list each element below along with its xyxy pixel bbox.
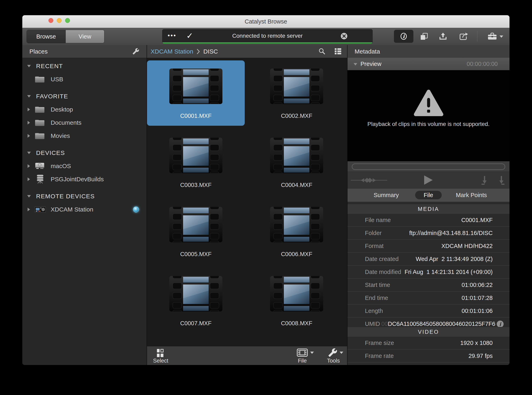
- preview-section-header[interactable]: Preview 00:00:00:00: [347, 58, 510, 70]
- sidebar-item-usb[interactable]: USB: [22, 73, 147, 86]
- warning-triangle-icon: [413, 89, 444, 116]
- clip-item-c0003[interactable]: C0003.MXF: [147, 130, 245, 195]
- mark-in-button[interactable]: [481, 176, 488, 185]
- sidebar-item-label: USB: [51, 76, 63, 83]
- collapse-triangle-icon[interactable]: [27, 195, 31, 198]
- breadcrumb-root-link[interactable]: XDCAM Station: [151, 45, 193, 58]
- clip-item-c0004[interactable]: C0004.MXF: [248, 130, 346, 195]
- clip-item-c0001[interactable]: C0001.MXF: [147, 60, 245, 126]
- tools-menu-label: Tools: [327, 358, 338, 364]
- play-button[interactable]: [424, 176, 433, 185]
- info-toggle-button[interactable]: [394, 30, 413, 43]
- toolbox-dropdown-caret-icon[interactable]: [499, 35, 503, 38]
- collapse-triangle-icon[interactable]: [27, 65, 31, 67]
- collapse-triangle-icon[interactable]: [354, 63, 357, 66]
- expand-triangle-icon[interactable]: [27, 164, 30, 168]
- umid-info-icon[interactable]: [497, 320, 504, 328]
- titlebar: Catalyst Browse: [22, 15, 510, 28]
- clip-label: C0006.MXF: [248, 251, 346, 258]
- video-rows: Frame size 1920 x 1080 Frame rate 29.97 …: [347, 337, 510, 362]
- clip-label: C0007.MXF: [147, 320, 245, 327]
- places-settings-wrench-icon[interactable]: [132, 48, 139, 55]
- clip-item-c0002[interactable]: C0002.MXF: [248, 60, 346, 126]
- window-title: Catalyst Browse: [22, 15, 510, 28]
- app-window: Catalyst Browse Browse View ••• ✓ Connec…: [22, 15, 510, 365]
- browse-mode-button[interactable]: Browse: [27, 30, 66, 43]
- filmstrip-icon: [270, 138, 323, 173]
- expand-triangle-icon[interactable]: [27, 208, 30, 211]
- notification-close-icon[interactable]: [340, 32, 348, 40]
- row-value: XDCAM HD/HD422: [441, 243, 493, 249]
- section-header-remote-devices[interactable]: REMOTE DEVICES: [22, 190, 147, 203]
- sidebar-item-xdcam-station[interactable]: XDCAM Station: [22, 203, 147, 216]
- row-label: End time: [365, 295, 388, 301]
- sidebar-item-documents[interactable]: Documents: [22, 116, 147, 129]
- tools-menu-button[interactable]: Tools: [327, 348, 338, 364]
- preview-timecode: 00:00:00:00: [467, 58, 498, 70]
- sidebar-item-movies[interactable]: Movies: [22, 129, 147, 142]
- sidebar-item-desktop[interactable]: Desktop: [22, 103, 147, 116]
- toolbar-divider: [477, 31, 477, 42]
- file-menu-caret-icon[interactable]: [310, 352, 314, 354]
- xdcam-deck-icon: [34, 205, 46, 214]
- view-mode-button[interactable]: View: [66, 30, 104, 43]
- row-value: 1920 x 1080: [460, 340, 493, 346]
- expand-triangle-icon[interactable]: [27, 177, 30, 181]
- expand-triangle-icon[interactable]: [27, 121, 30, 125]
- seek-bar[interactable]: [352, 164, 505, 170]
- row-value: 01:00:06:22: [462, 282, 493, 288]
- mark-out-button[interactable]: [498, 176, 505, 185]
- folder-icon: [34, 119, 45, 127]
- section-header-recent[interactable]: RECENT: [22, 59, 147, 73]
- sidebar-item-label: macOS: [51, 163, 71, 170]
- row-value: Fri Aug 1 14:21:31 2014 (+09:00): [405, 269, 493, 275]
- metadata-tabs: Summary File Mark Points: [347, 188, 510, 202]
- places-tree: RECENT USB FAVORITE Desktop: [22, 58, 147, 365]
- tab-summary[interactable]: Summary: [374, 189, 399, 202]
- tools-menu-caret-icon[interactable]: [340, 352, 343, 354]
- file-film-icon: [297, 348, 308, 357]
- metadata-header: Metadata: [347, 45, 510, 58]
- search-icon[interactable]: [318, 48, 325, 55]
- sidebar-item-psgjointdevbuilds[interactable]: PSGJointDevBuilds: [22, 173, 147, 186]
- expand-triangle-icon[interactable]: [27, 134, 30, 138]
- sidebar-item-macos[interactable]: macOS: [22, 159, 147, 173]
- places-title: Places: [29, 48, 48, 55]
- tab-mark-points[interactable]: Mark Points: [456, 189, 487, 202]
- media-section-header: MEDIA: [347, 204, 510, 214]
- metadata-row-date-modified: Date modified Fri Aug 1 14:21:31 2014 (+…: [347, 266, 510, 279]
- section-recent: RECENT USB: [22, 59, 147, 86]
- filmstrip-icon: [169, 69, 222, 104]
- sidebar-item-label: XDCAM Station: [51, 206, 93, 213]
- transport-controls: [347, 171, 510, 189]
- share-button[interactable]: [459, 32, 468, 41]
- row-label: Frame size: [365, 340, 394, 346]
- section-label: REMOTE DEVICES: [36, 193, 95, 200]
- upload-button[interactable]: [439, 32, 447, 41]
- clip-item-c0007[interactable]: C0007.MXF: [147, 268, 245, 333]
- shuttle-control[interactable]: [351, 176, 387, 184]
- section-label: RECENT: [36, 63, 63, 70]
- select-button[interactable]: Select: [153, 348, 167, 364]
- places-header: Places: [22, 45, 147, 58]
- file-menu-button[interactable]: File: [297, 348, 308, 364]
- row-value: Wed Apr 2 11:34:49 2008 (Z): [416, 256, 493, 262]
- clip-item-c0006[interactable]: C0006.MXF: [248, 199, 346, 264]
- section-header-favorite[interactable]: FAVORITE: [22, 90, 147, 103]
- toolbox-button[interactable]: [487, 32, 497, 40]
- clip-item-c0008[interactable]: C0008.MXF: [248, 268, 346, 333]
- tab-file[interactable]: File: [415, 191, 442, 199]
- tools-wrench-icon: [328, 348, 337, 357]
- notification-banner[interactable]: ••• ✓ Connected to remote server: [162, 29, 373, 44]
- section-header-devices[interactable]: DEVICES: [22, 146, 147, 159]
- clip-item-c0005[interactable]: C0005.MXF: [147, 199, 245, 264]
- breadcrumb-bar: XDCAM Station DISC: [147, 45, 347, 58]
- expand-triangle-icon[interactable]: [27, 108, 30, 111]
- folder-icon: [34, 105, 45, 114]
- umid-value: 00DC6A110058450580080046020125F7F6: [381, 321, 495, 327]
- list-view-icon[interactable]: [335, 48, 341, 54]
- collapse-triangle-icon[interactable]: [27, 95, 31, 98]
- breadcrumb: XDCAM Station DISC: [151, 45, 218, 58]
- copy-button[interactable]: [420, 33, 428, 40]
- collapse-triangle-icon[interactable]: [27, 152, 31, 154]
